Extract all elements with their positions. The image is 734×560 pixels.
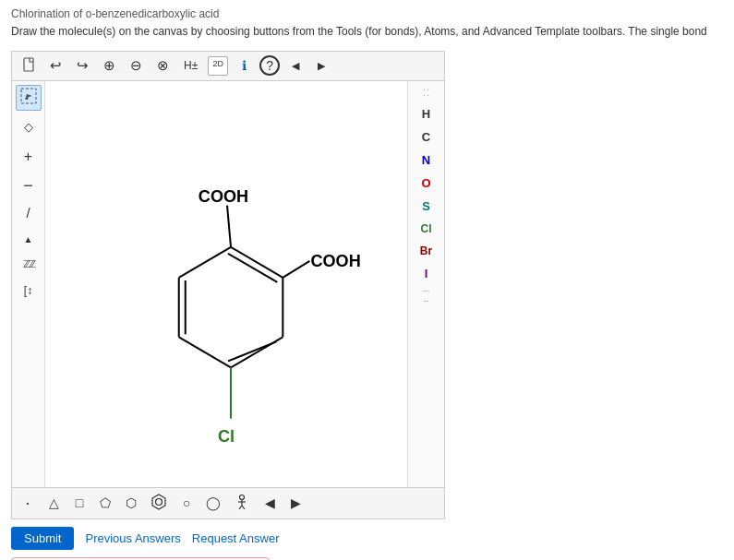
previous-answers-link[interactable]: Previous Answers	[85, 531, 180, 545]
svg-line-20	[239, 506, 242, 509]
plus-tool[interactable]: +	[16, 144, 42, 170]
atom-H-button[interactable]: H	[412, 104, 441, 124]
atom-C-button[interactable]: C	[412, 127, 441, 147]
nav-next-button[interactable]: ▶	[311, 57, 331, 75]
square-btn[interactable]: □	[69, 493, 90, 513]
dot-btn[interactable]: ·	[18, 491, 38, 516]
cooh1-label: COOH	[199, 186, 248, 205]
svg-line-13	[283, 261, 309, 278]
left-toolbar: ◇ + − / ▲ ℤℤ [↕	[12, 81, 45, 487]
svg-line-4	[228, 254, 277, 282]
zz-tool[interactable]: ℤℤ	[16, 255, 42, 274]
svg-line-21	[242, 506, 245, 509]
svg-marker-2	[25, 94, 32, 100]
nav-prev-button[interactable]: ◀	[285, 57, 306, 75]
svg-line-7	[228, 341, 276, 361]
zoom-out-button[interactable]: ⊖	[126, 54, 147, 77]
svg-line-3	[231, 247, 283, 278]
erase-tool[interactable]: ◇	[16, 116, 42, 138]
circle-lg-btn[interactable]: ◯	[202, 493, 224, 513]
circle-btn[interactable]: ○	[176, 493, 197, 513]
cooh2-label: COOH	[310, 252, 360, 270]
svg-marker-15	[152, 494, 165, 509]
zoom-in-button[interactable]: ⊕	[99, 54, 120, 77]
toolbar: ↩ ↪ ⊕ ⊖ ⊗ H± 2D ℹ ? ◀ ▶	[12, 52, 444, 81]
pentagon-btn[interactable]: ⬠	[95, 493, 115, 513]
hexagon-hollow-btn[interactable]: ⬡	[121, 493, 141, 513]
page-title: Chlorination of o-benzenedicarboxylic ac…	[11, 7, 219, 20]
zoom-reset-button[interactable]: ⊗	[152, 54, 174, 77]
hydrogen-button[interactable]: H±	[179, 56, 202, 75]
svg-line-12	[227, 205, 231, 246]
atom-N-button[interactable]: N	[412, 150, 441, 170]
bracket-tool[interactable]: [↕	[16, 280, 42, 302]
arrow-tool[interactable]: ▲	[16, 231, 42, 249]
shapes-nav-left[interactable]: ◀	[259, 493, 280, 513]
drawing-canvas[interactable]: COOH COOH Cl	[45, 81, 407, 487]
molecule-editor: ↩ ↪ ⊕ ⊖ ⊗ H± 2D ℹ ? ◀ ▶ ◇ + − / ▲ ℤℤ	[11, 51, 445, 519]
action-bar: Submit Previous Answers Request Answer	[11, 527, 723, 550]
svg-line-8	[179, 337, 231, 367]
atom-Br-button[interactable]: Br	[412, 242, 441, 260]
submit-button[interactable]: Submit	[11, 527, 74, 550]
triangle-btn[interactable]: △	[43, 493, 64, 513]
help-button[interactable]: ?	[259, 55, 280, 76]
minus-tool[interactable]: −	[16, 176, 42, 195]
atom-I-button[interactable]: I	[412, 264, 441, 283]
instructions-text: Draw the molecule(s) on the canvas by ch…	[11, 25, 707, 38]
request-answer-link[interactable]: Request Answer	[192, 531, 280, 545]
svg-line-11	[179, 247, 231, 278]
svg-point-17	[240, 494, 245, 499]
new-doc-button[interactable]	[18, 54, 40, 77]
svg-rect-0	[24, 58, 33, 71]
redo-button[interactable]: ↪	[72, 54, 93, 77]
undo-button[interactable]: ↩	[45, 54, 66, 77]
atom-Cl-button[interactable]: Cl	[412, 220, 441, 238]
info-button[interactable]: ℹ	[234, 55, 254, 76]
hexagon-ring-btn[interactable]	[147, 491, 171, 516]
single-bond-tool[interactable]: /	[16, 200, 42, 225]
select-tool[interactable]	[16, 85, 42, 111]
canvas-area: ◇ + − / ▲ ℤℤ [↕	[12, 81, 444, 487]
page-header: Chlorination of o-benzenedicarboxylic ac…	[0, 0, 734, 22]
instructions: Draw the molecule(s) on the canvas by ch…	[0, 22, 734, 45]
molecule-svg: COOH COOH Cl	[45, 81, 407, 487]
atom-O-button[interactable]: O	[412, 173, 441, 193]
cl-label: Cl	[218, 427, 235, 446]
atom-S-button[interactable]: S	[412, 197, 441, 216]
2d-toggle-button[interactable]: 2D	[208, 56, 228, 76]
atom-palette: ⁚⁚ H C N O S Cl Br I −	[407, 81, 444, 487]
bottom-toolbar: · △ □ ⬠ ⬡ ○ ◯ ◀ ▶	[12, 487, 444, 518]
person-btn[interactable]	[230, 491, 254, 516]
shapes-nav-right[interactable]: ▶	[285, 493, 306, 513]
dots-button[interactable]: ⁚⁚	[412, 85, 441, 101]
svg-point-16	[156, 498, 162, 505]
